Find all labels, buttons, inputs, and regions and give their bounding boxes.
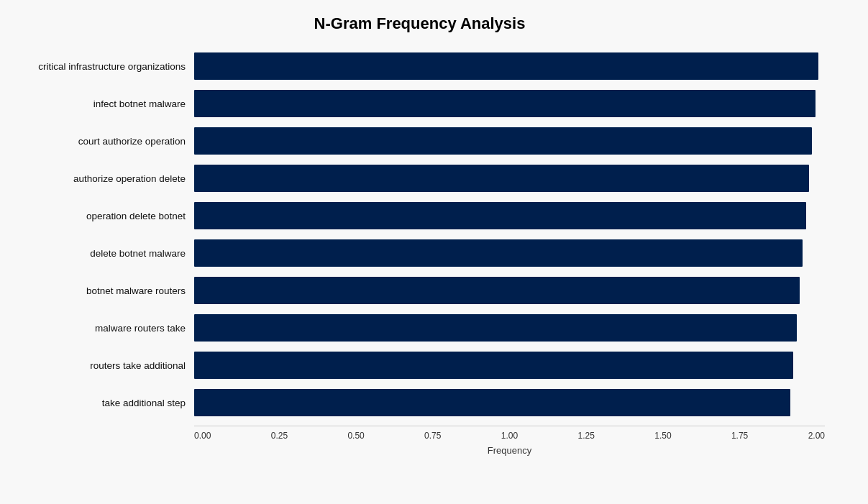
bar-label: botnet malware routers [0,285,194,296]
x-tick: 1.50 [654,431,671,441]
bar-track [194,52,825,80]
x-axis-section: 0.000.250.500.751.001.251.501.752.00 Fre… [194,426,825,456]
bar-row: critical infrastructure organizations [0,47,825,85]
x-tick: 1.75 [731,431,748,441]
x-tick: 0.50 [347,431,364,441]
bar-fill [194,90,816,117]
bar-fill [194,277,800,304]
bar-row: malware routers take [0,309,825,347]
bar-track [194,127,825,155]
bar-track [194,202,825,229]
bar-row: authorize operation delete [0,160,825,197]
chart-container: N-Gram Frequency Analysis critical infra… [0,0,868,504]
bars-section: critical infrastructure organizationsinf… [0,47,839,421]
bar-fill [194,239,803,267]
bar-label: authorize operation delete [0,173,194,184]
bar-track [194,90,825,117]
bar-track [194,277,825,304]
bar-label: malware routers take [0,323,194,334]
x-axis-label: Frequency [194,445,825,456]
bar-track [194,165,825,192]
bar-label: operation delete botnet [0,211,194,221]
bar-row: operation delete botnet [0,197,825,234]
bar-fill [194,202,806,229]
bar-label: infect botnet malware [0,98,194,109]
bar-track [194,389,825,416]
x-tick: 1.00 [501,431,518,441]
bar-row: infect botnet malware [0,85,825,122]
bar-fill [194,165,809,192]
x-tick: 0.00 [194,431,211,441]
bar-fill [194,127,812,155]
bar-row: court authorize operation [0,122,825,160]
bar-label: delete botnet malware [0,248,194,259]
bar-fill [194,389,790,416]
bar-row: delete botnet malware [0,234,825,272]
chart-title: N-Gram Frequency Analysis [0,14,839,33]
bar-row: take additional step [0,384,825,421]
bar-label: court authorize operation [0,136,194,147]
x-tick: 0.25 [271,431,288,441]
x-ticks: 0.000.250.500.751.001.251.501.752.00 [194,428,825,441]
bar-label: routers take additional [0,360,194,371]
chart-area: critical infrastructure organizationsinf… [0,47,839,456]
x-axis-line [194,426,825,426]
bar-label: critical infrastructure organizations [0,61,194,72]
bar-row: botnet malware routers [0,272,825,309]
bar-row: routers take additional [0,347,825,384]
bar-fill [194,314,797,342]
bar-label: take additional step [0,398,194,408]
x-tick: 2.00 [808,431,825,441]
bar-fill [194,52,818,80]
x-tick: 1.25 [578,431,595,441]
bar-track [194,314,825,342]
bar-track [194,239,825,267]
bar-fill [194,352,793,379]
x-tick: 0.75 [424,431,441,441]
bar-track [194,352,825,379]
